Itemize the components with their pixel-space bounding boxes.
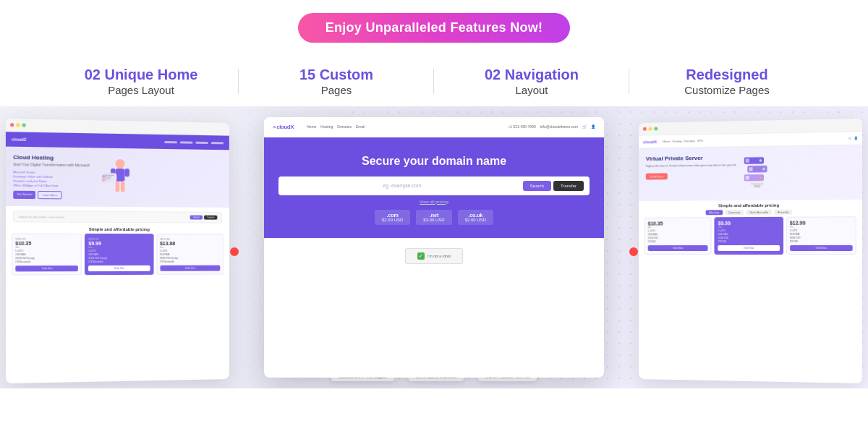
cnl-3[interactable]: Domains (337, 124, 352, 129)
nav-item-3 (195, 141, 208, 143)
tld-name-3: .co.uk (465, 213, 486, 218)
center-search-placeholder: eg. example.com (284, 183, 520, 188)
svg-rect-5 (121, 181, 125, 192)
cnl-2[interactable]: Hosting (320, 124, 333, 129)
search-btn[interactable]: Search (190, 215, 203, 219)
rtab-2[interactable]: Quarterly (725, 210, 744, 215)
bullet-2: Exchange Online with Outlook (13, 174, 90, 179)
right-plan-price-2: $9.99 (718, 220, 780, 225)
phone-text: +1 521-480-7698 (508, 124, 535, 129)
feature-num-2: 15 Custom (253, 66, 420, 83)
rtab-3[interactable]: Semi-Annually (746, 209, 772, 214)
right-preview-card: cloudX Home Hosting Domains VPS 🛒 👤 Virt… (639, 118, 862, 383)
transfer-btn[interactable]: Transfer (204, 215, 217, 219)
right-buy-btn-2[interactable]: Order Now (718, 244, 780, 250)
plan-name-1: VPS 1X (15, 237, 78, 240)
right-logo: cloudX (643, 139, 657, 143)
rtab-1[interactable]: Monthly (705, 210, 723, 215)
learn-more-btn[interactable]: Learn More (38, 190, 62, 198)
svg-rect-4 (116, 181, 120, 192)
center-search-btn[interactable]: Search (523, 181, 551, 191)
feature-item-4: Redesigned Customize Pages (629, 66, 825, 98)
right-cart-icon[interactable]: 🛒 (848, 136, 852, 140)
right-buy-btn-1[interactable]: Order Now (648, 245, 708, 251)
rnl-4[interactable]: VPS (697, 139, 703, 142)
rpf-1-4: 1TB BW (648, 240, 708, 243)
search-buttons: Search Transfer (190, 215, 217, 219)
center-logo-text: cloudX (276, 124, 294, 130)
nav-item-4 (211, 141, 224, 143)
right-hero-btn[interactable]: Order Now (646, 173, 668, 179)
pf-1-3: 25GB SSD Storage (15, 257, 78, 260)
feature-item-3: 02 Navigation Layout (434, 66, 629, 98)
captcha-widget[interactable]: ✓ I'm not a robot (405, 248, 463, 264)
nav-icon-user[interactable]: 👤 (591, 124, 595, 129)
human-svg (95, 155, 135, 203)
dot-red (10, 123, 14, 127)
center-nav-right: +1 521-480-7698 info@cloudxtheme.com 🛒 👤 (508, 124, 595, 129)
nav-item-1 (164, 140, 177, 142)
feature-label-3: Layout (448, 83, 615, 98)
right-buy-btn-3[interactable]: Order Now (790, 244, 853, 250)
pricing-cols-right: $10.35 /mo 1 vCPU 2GB RAM 25GB SSD 1TB B… (639, 216, 862, 255)
banner-button[interactable]: Enjoy Unparalleled Features Now! (298, 13, 571, 43)
svg-point-0 (116, 158, 125, 168)
buy-btn-1[interactable]: Order Now (15, 265, 78, 271)
card-search-bar[interactable]: Search for the perfect .com domain Searc… (13, 210, 222, 223)
right-user-icon[interactable]: 👤 (854, 136, 858, 140)
right-plan-price-3: $12.99 (790, 220, 853, 225)
pf-2-4: 2TB Bandwidth (88, 260, 150, 263)
tld-1: .com $2.00 USD (375, 210, 410, 225)
cnl-4[interactable]: Email (356, 124, 365, 129)
red-dot-right (629, 247, 638, 256)
rtab-4[interactable]: Annually (774, 209, 793, 214)
dot-green (22, 123, 26, 127)
center-transfer-btn[interactable]: Transfer (553, 181, 584, 191)
center-search-bar[interactable]: eg. example.com Search Transfer (278, 176, 590, 195)
pricing-col-1: VPS 1X $10.35 /mo 1 vCPU 2GB RAM 25GB SS… (12, 233, 82, 275)
svg-rect-16 (749, 167, 752, 171)
center-nav: ≡ cloudX Home Hosting Domains Email +1 5… (264, 117, 604, 137)
feature-label-1: Pages Layout (58, 83, 224, 98)
center-view-link[interactable]: View all pricing (278, 200, 590, 204)
captcha-check: ✓ (417, 252, 425, 260)
pf-3-1: 4 vCPU (160, 250, 220, 252)
dot-yellow (16, 123, 20, 127)
card-hero-left: Cloud Hosting Start Your Digital Transfo… (6, 146, 229, 207)
rnl-3[interactable]: Domains (684, 139, 694, 142)
rpf-2-3: 50GB SSD (718, 236, 780, 239)
get-started-btn[interactable]: Get Started (13, 190, 35, 198)
plan-name-2: VPS 2X (88, 237, 150, 240)
plan-per-2: /mo (88, 245, 150, 248)
feature-num-3: 02 Navigation (448, 66, 615, 83)
right-hero-title: Virtual Private Server (646, 154, 736, 162)
right-nav-actions: 🛒 👤 (848, 136, 858, 140)
pricing-cols-left: VPS 1X $10.35 /mo 1 vCPU 2GB RAM 25GB SS… (6, 233, 229, 275)
rpf-3-2: 8GB RAM (790, 232, 853, 235)
pricing-col-3: VPS 3X $13.88 /mo 4 vCPU 8GB RAM 80GB SS… (156, 234, 224, 275)
pf-2-2: 4GB RAM (88, 252, 150, 255)
pricing-col-2: VPS 2X $9.99 /mo 2 vCPU 4GB RAM 50GB SSD… (85, 233, 153, 274)
buy-btn-3[interactable]: Order Now (160, 265, 220, 271)
pf-2-3: 50GB SSD Storage (88, 256, 150, 259)
tld-name-1: .com (382, 213, 403, 218)
rnl-2[interactable]: Hosting (672, 139, 681, 142)
svg-rect-1 (116, 168, 125, 181)
nav-icon-cart[interactable]: 🛒 (582, 124, 587, 129)
hero-bullets: Microsoft Teams Exchange Online with Out… (13, 170, 90, 187)
pf-3-3: 80GB SSD Storage (160, 256, 220, 259)
center-logo: ≡ cloudX (273, 124, 294, 130)
hero-subtitle-left: Start Your Digital Transformation with M… (13, 162, 90, 168)
feature-item-1: 02 Unique Home Pages Layout (43, 66, 239, 98)
pf-1-4: 1TB Bandwidth (15, 260, 78, 263)
features-row: 02 Unique Home Pages Layout 15 Custom Pa… (0, 53, 868, 106)
rnl-1[interactable]: Home (663, 139, 670, 142)
tld-price-2: $3.00 USD (423, 218, 444, 222)
dot-green-r (654, 127, 658, 130)
rpf-2-2: 4GB RAM (718, 232, 780, 235)
cnl-1[interactable]: Home (307, 124, 316, 129)
buy-btn-2[interactable]: Order Now (88, 265, 150, 271)
rpf-1-1: 1 vCPU (648, 229, 708, 232)
svg-rect-21 (751, 182, 764, 184)
email-text: info@cloudxtheme.com (540, 124, 578, 129)
